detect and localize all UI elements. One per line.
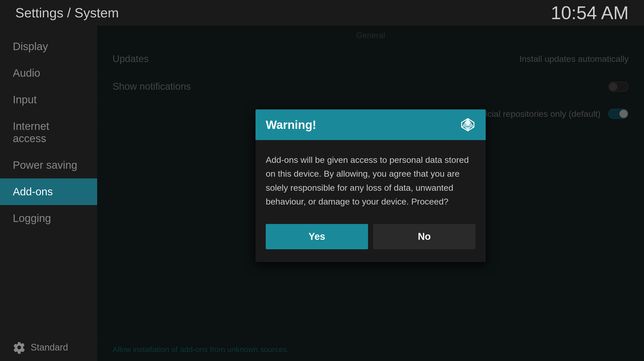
clock: 10:54 AM	[551, 2, 629, 23]
sidebar-item-input[interactable]: Input	[0, 86, 97, 113]
main-layout: Display Audio Input Internet access Powe…	[0, 26, 644, 361]
sidebar-item-audio[interactable]: Audio	[0, 60, 97, 86]
sidebar-item-display[interactable]: Display	[0, 33, 97, 60]
content-area: General Updates Install updates automati…	[97, 26, 644, 361]
no-button[interactable]: No	[373, 224, 475, 249]
settings-level[interactable]: Standard	[0, 334, 97, 361]
sidebar: Display Audio Input Internet access Powe…	[0, 26, 97, 361]
sidebar-item-power-saving[interactable]: Power saving	[0, 152, 97, 178]
warning-dialog: Warning! Add-ons will be given access to…	[256, 109, 486, 262]
warning-buttons: Yes No	[256, 219, 486, 262]
gear-icon	[13, 341, 26, 354]
kodi-logo-icon	[460, 117, 475, 132]
warning-header: Warning!	[256, 109, 486, 140]
sidebar-item-logging[interactable]: Logging	[0, 205, 97, 232]
header: Settings / System 10:54 AM	[0, 0, 644, 26]
page-title: Settings / System	[15, 5, 119, 20]
settings-level-label: Standard	[31, 342, 68, 353]
warning-body: Add-ons will be given access to personal…	[256, 140, 486, 219]
sidebar-item-add-ons[interactable]: Add-ons	[0, 178, 97, 205]
warning-title: Warning!	[266, 118, 316, 132]
svg-marker-4	[465, 127, 471, 131]
yes-button[interactable]: Yes	[266, 224, 368, 249]
sidebar-item-internet-access[interactable]: Internet access	[0, 113, 97, 152]
